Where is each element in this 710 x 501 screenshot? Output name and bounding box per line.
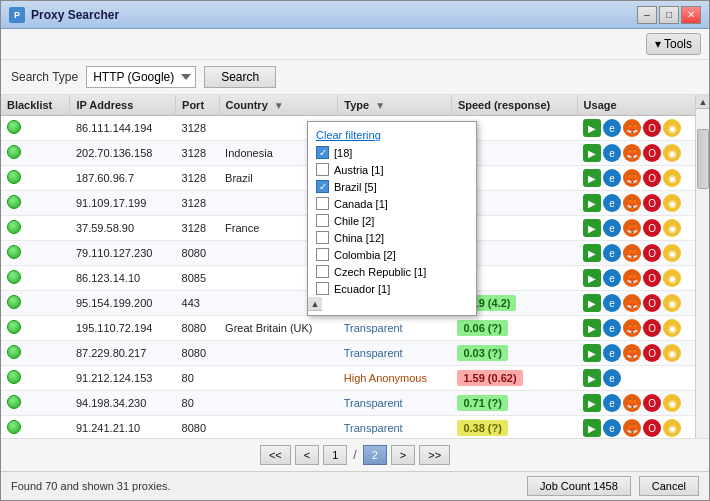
maximize-button[interactable]: □ (659, 6, 679, 24)
country-cell: Great Britain (UK) (219, 316, 338, 341)
chrome-icon: ◉ (663, 144, 681, 162)
type-filter-icon: ▼ (375, 100, 385, 111)
filter-checkbox[interactable] (316, 248, 329, 261)
country-cell (219, 416, 338, 439)
ie-icon: e (603, 244, 621, 262)
search-row: Search Type HTTP (Google) HTTPS SOCKS4 S… (1, 60, 709, 95)
opera-icon: O (643, 319, 661, 337)
speed-cell: 0.71 (?) (451, 391, 577, 416)
port-cell: 8085 (176, 266, 220, 291)
filter-checkbox[interactable] (316, 282, 329, 295)
filter-checkbox[interactable] (316, 197, 329, 210)
dropdown-item[interactable]: Chile [2] (308, 212, 476, 229)
browser-icons: ▶ e 🦊 O ◉ (583, 169, 702, 187)
ip-cell: 37.59.58.90 (70, 216, 176, 241)
ip-cell: 202.70.136.158 (70, 141, 176, 166)
ie-icon: e (603, 144, 621, 162)
ie-icon: e (603, 269, 621, 287)
browser-icons: ▶ e (583, 369, 702, 387)
search-type-select[interactable]: HTTP (Google) HTTPS SOCKS4 SOCKS5 (86, 66, 196, 88)
country-cell (219, 341, 338, 366)
dropdown-item[interactable]: Austria [1] (308, 161, 476, 178)
port-cell: 3128 (176, 216, 220, 241)
proxy-icon: ▶ (583, 244, 601, 262)
usage-cell: ▶ e 🦊 O ◉ (577, 341, 708, 366)
status-cell (1, 366, 70, 391)
scroll-up-arrow[interactable]: ▲ (696, 95, 709, 109)
chrome-icon: ◉ (663, 169, 681, 187)
minimize-button[interactable]: – (637, 6, 657, 24)
chevron-down-icon: ▾ (655, 37, 661, 51)
dropdown-item[interactable]: Canada [1] (308, 195, 476, 212)
col-country[interactable]: Country ▼ (219, 95, 338, 116)
firefox-icon: 🦊 (623, 194, 641, 212)
opera-icon: O (643, 144, 661, 162)
type-cell: High Anonymous (338, 366, 452, 391)
status-dot (7, 345, 21, 359)
browser-icons: ▶ e 🦊 O ◉ (583, 419, 702, 437)
opera-icon: O (643, 219, 661, 237)
filter-checkbox[interactable] (316, 265, 329, 278)
firefox-icon: 🦊 (623, 294, 641, 312)
usage-cell: ▶ e 🦊 O ◉ (577, 416, 708, 439)
dropdown-item[interactable]: China [12] (308, 229, 476, 246)
close-button[interactable]: ✕ (681, 6, 701, 24)
status-cell (1, 416, 70, 439)
ie-icon: e (603, 319, 621, 337)
table-row: 195.110.72.194 8080 Great Britain (UK) T… (1, 316, 709, 341)
first-page-button[interactable]: << (260, 445, 291, 465)
opera-icon: O (643, 344, 661, 362)
chrome-icon: ◉ (663, 319, 681, 337)
toolbar-row: ▾ Tools (1, 29, 709, 60)
prev-page-button[interactable]: < (295, 445, 319, 465)
dropdown-scroll-arrow[interactable]: ▲ (308, 297, 322, 311)
proxy-icon: ▶ (583, 194, 601, 212)
country-cell (219, 391, 338, 416)
search-button[interactable]: Search (204, 66, 276, 88)
usage-cell: ▶ e 🦊 O ◉ (577, 291, 708, 316)
proxy-icon: ▶ (583, 344, 601, 362)
dropdown-item[interactable]: Colombia [2] (308, 246, 476, 263)
ie-icon: e (603, 119, 621, 137)
ie-icon: e (603, 419, 621, 437)
filter-checkbox[interactable] (316, 163, 329, 176)
page-1-button[interactable]: 1 (323, 445, 347, 465)
col-type[interactable]: Type ▼ (338, 95, 452, 116)
pagination-row: << < 1 / 2 > >> (1, 438, 709, 471)
cancel-button[interactable]: Cancel (639, 476, 699, 496)
page-2-button[interactable]: 2 (363, 445, 387, 465)
job-count-button[interactable]: Job Count 1458 (527, 476, 631, 496)
filter-checkbox[interactable] (316, 231, 329, 244)
status-cell (1, 166, 70, 191)
dropdown-item[interactable]: ✓ [18] (308, 144, 476, 161)
proxy-table-container: Blacklist IP Address Port Country ▼ Type (1, 95, 709, 438)
dropdown-item-label: Ecuador [1] (334, 283, 390, 295)
status-dot (7, 170, 21, 184)
col-usage: Usage (577, 95, 708, 116)
dropdown-item[interactable]: ✓ Brazil [5] (308, 178, 476, 195)
usage-cell: ▶ e (577, 366, 708, 391)
ip-cell: 195.110.72.194 (70, 316, 176, 341)
browser-icons: ▶ e 🦊 O ◉ (583, 219, 702, 237)
tools-button[interactable]: ▾ Tools (646, 33, 701, 55)
dropdown-item[interactable]: Ecuador [1] (308, 280, 476, 297)
last-page-button[interactable]: >> (419, 445, 450, 465)
status-cell (1, 391, 70, 416)
chrome-icon: ◉ (663, 294, 681, 312)
next-page-button[interactable]: > (391, 445, 415, 465)
filter-checkbox[interactable]: ✓ (316, 180, 329, 193)
opera-icon: O (643, 294, 661, 312)
port-cell: 3128 (176, 191, 220, 216)
scroll-thumb[interactable] (697, 129, 709, 189)
port-cell: 443 (176, 291, 220, 316)
table-scrollbar[interactable]: ▲ (695, 95, 709, 438)
dropdown-item[interactable]: Czech Republic [1] (308, 263, 476, 280)
type-cell: Transparent (338, 416, 452, 439)
dropdown-item-label: Colombia [2] (334, 249, 396, 261)
filter-checkbox[interactable] (316, 214, 329, 227)
filter-checkbox[interactable]: ✓ (316, 146, 329, 159)
ie-icon: e (603, 194, 621, 212)
status-dot (7, 270, 21, 284)
clear-filter-button[interactable]: Clear filtering (308, 126, 476, 144)
ie-icon: e (603, 169, 621, 187)
